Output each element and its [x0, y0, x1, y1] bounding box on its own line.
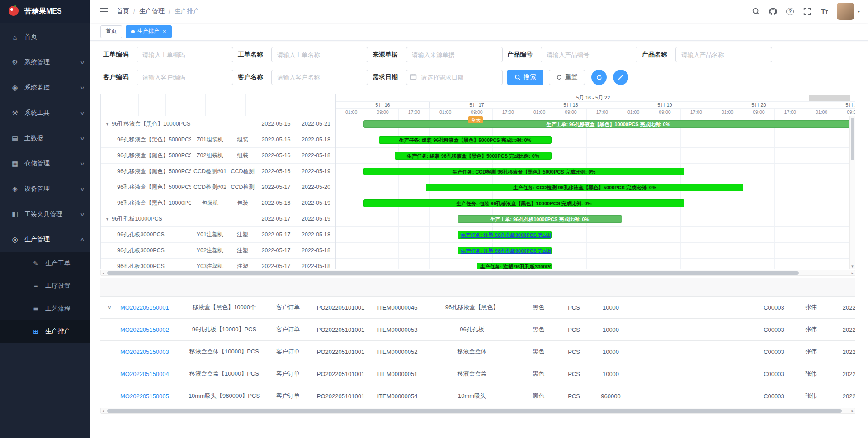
sidebar-subitem[interactable]: ⊞ 生产排产 [0, 320, 90, 343]
table-header-cell [100, 278, 184, 296]
app-logo[interactable]: 苦糖果MES [0, 0, 90, 23]
expand-triangle-icon[interactable]: ▾ [106, 122, 108, 127]
gantt-bar[interactable]: 生产任务: 注塑 96孔孔板3000PCS 完成比例: 0% [458, 231, 552, 239]
tag-scheduling[interactable]: 生产排产 × [126, 25, 172, 38]
gantt-bar[interactable]: 生产任务: 组装 96孔移液盒【黑色】5000PCS 完成比例: 0% [379, 136, 551, 144]
scroll-right-arrow[interactable]: ▸ [851, 409, 854, 413]
gantt-bar[interactable]: 生产任务: 注塑 96孔孔板3000PCS 完成比例: 0% [477, 263, 552, 269]
breadcrumb-current: 生产排产 [175, 7, 200, 15]
hamburger-icon[interactable] [97, 4, 112, 19]
sidebar-item[interactable]: ◎ 生产管理 ∨ [0, 227, 90, 252]
sidebar-item[interactable]: ▤ 主数据 ∨ [0, 126, 90, 151]
gantt-task-row[interactable]: ▾96孔孔板3000PCS Y02注塑机 注塑 2022-05-17 2022-… [101, 243, 335, 259]
search-icon[interactable] [748, 4, 764, 19]
sidebar-item[interactable]: ◧ 工装夹具管理 ∨ [0, 202, 90, 227]
today-marker-line [476, 116, 476, 269]
breadcrumb-home[interactable]: 首页 [117, 7, 129, 15]
sidebar-item[interactable]: ⚒ 系统工具 ∨ [0, 100, 90, 126]
gantt-horizontal-scrollbar[interactable]: ◂ ▸ [100, 270, 855, 276]
gantt-task-row[interactable]: ▾96孔移液盒【黑色】10000PCS 2022-05-16 2022-05-2… [101, 116, 335, 132]
expand-chevron-icon[interactable]: ∨ [108, 304, 112, 311]
font-size-icon[interactable]: TT [817, 4, 832, 19]
gantt-bar[interactable]: 生产工单: 96孔移液盒【黑色】10000PCS 完成比例: 0% [363, 120, 853, 128]
breadcrumb-production[interactable]: 生产管理 [139, 7, 165, 15]
gantt-task-row[interactable]: ▾96孔移液盒【黑色】5000PCS CCD检测#02 CCD检测 2022-0… [101, 179, 335, 195]
avatar[interactable] [837, 3, 854, 20]
scroll-down-arrow[interactable]: ▼ [850, 264, 855, 268]
filter-input[interactable] [271, 70, 368, 85]
scrollbar-thumb[interactable] [851, 118, 854, 160]
table-header-cell [228, 278, 289, 296]
filter-input[interactable] [271, 47, 368, 62]
work-order-link[interactable]: MO202205150004 [120, 371, 169, 377]
caret-down-icon[interactable]: ▾ [858, 9, 860, 14]
search-button[interactable]: 搜索 [507, 70, 543, 85]
work-order-link[interactable]: MO202205150003 [120, 349, 169, 355]
fullscreen-icon[interactable] [800, 4, 815, 19]
edit-button[interactable] [613, 70, 628, 85]
scrollbar-thumb[interactable] [107, 271, 799, 275]
tags-view: 首页 生产排产 × [90, 23, 868, 41]
gantt-vertical-scrollbar[interactable]: ▼ [849, 116, 855, 269]
chevron-icon: ∨ [80, 161, 85, 167]
gantt-grid-header-cell [245, 94, 246, 116]
table-horizontal-scrollbar[interactable]: ◂ ▸ [100, 408, 855, 414]
gantt-bar[interactable]: 生产任务: CCD检测 96孔移液盒【黑色】5000PCS 完成比例: 0% [426, 184, 743, 191]
gantt-bar[interactable]: 生产任务: 注塑 96孔孔板3000PCS 完成比例: 0% [458, 247, 552, 254]
sidebar-subitem[interactable]: ≡ 工序设置 [0, 275, 90, 297]
sidebar-menu: ⌂ 首页 ∨ ⚙ 系统管理 ∨ ◉ 系统监控 ∨ ⚒ 系统工具 ∨ ▤ [0, 23, 90, 252]
gantt-task-row[interactable]: ▾96孔移液盒【黑色】5000PCS Z02组装机 组装 2022-05-16 … [101, 148, 335, 164]
gantt-task-row[interactable]: ▾96孔移液盒【黑色】10000PCS 包装机 包装 2022-05-16 20… [101, 195, 335, 211]
expand-triangle-icon[interactable]: ▾ [106, 217, 108, 221]
sidebar-item[interactable]: ◉ 系统监控 ∨ [0, 75, 90, 100]
gantt-task-row[interactable]: ▾96孔移液盒【黑色】5000PCS CCD检测#01 CCD检测 2022-0… [101, 164, 335, 179]
work-order-link[interactable]: MO202205150005 [120, 393, 169, 400]
task-start: 2022-05-17 [256, 211, 296, 226]
sidebar-item[interactable]: ◈ 设备管理 ∨ [0, 176, 90, 202]
reset-button[interactable]: 重置 [549, 70, 585, 85]
gantt-task-row[interactable]: ▾96孔孔板10000PCS 2022-05-17 2022-05-19 [101, 211, 335, 227]
work-order-link[interactable]: MO202205150001 [120, 304, 169, 311]
github-icon[interactable] [765, 4, 781, 19]
today-marker-label: 今天 [468, 116, 483, 123]
sidebar-subitem[interactable]: ≣ 工艺流程 [0, 297, 90, 320]
filter-input[interactable] [675, 47, 772, 62]
refresh-button[interactable] [591, 70, 607, 85]
close-icon[interactable]: × [163, 28, 166, 35]
work-order-link[interactable]: MO202205150002 [120, 326, 169, 333]
gantt-hour-label: 09:00 [649, 109, 680, 116]
filter-group: 来源单据 [373, 47, 503, 62]
date-input[interactable] [406, 70, 503, 85]
filter-input[interactable] [137, 70, 233, 85]
table-row[interactable]: ∨MO202205150001 移液盒【黑色】10000个 客户订单 PO202… [100, 297, 855, 319]
gantt-task-row[interactable]: ▾96孔孔板3000PCS Y01注塑机 注塑 2022-05-17 2022-… [101, 227, 335, 243]
gantt-bar[interactable]: 生产任务: 包装 96孔移液盒【黑色】10000PCS 完成比例: 0% [363, 199, 685, 207]
question-icon[interactable]: ? [783, 4, 798, 19]
sidebar-item-label: 首页 [24, 33, 75, 41]
gantt-bar[interactable]: 生产任务: CCD检测 96孔移液盒【黑色】5000PCS 完成比例: 0% [363, 168, 685, 175]
gantt-task-row[interactable]: ▾96孔孔板3000PCS Y03注塑机 注塑 2022-05-17 2022-… [101, 259, 335, 269]
craft-flow-icon: ≣ [32, 305, 40, 312]
table-header-cell [633, 278, 674, 296]
table-row[interactable]: ∨MO202205150003 移液盒盒体【10000】PCS 客户订单 PO2… [100, 341, 855, 363]
gantt-bar[interactable]: 生产工单: 96孔孔板10000PCS 完成比例: 0% [458, 215, 622, 223]
table-row[interactable]: ∨MO202205150005 10mm吸头【960000】PCS 客户订单 P… [100, 385, 855, 407]
table-row[interactable]: ∨MO202205150002 96孔孔板【10000】PCS 客户订单 PO2… [100, 319, 855, 341]
scrollbar-thumb[interactable] [107, 409, 842, 413]
filter-input[interactable] [137, 47, 233, 62]
sidebar-subitem[interactable]: ✎ 生产工单 [0, 252, 90, 275]
sidebar-item[interactable]: ⚙ 系统管理 ∨ [0, 50, 90, 75]
sidebar-item[interactable]: ▦ 仓储管理 ∨ [0, 151, 90, 176]
gantt-task-row[interactable]: ▾96孔移液盒【黑色】5000PCS Z01组装机 组装 2022-05-16 … [101, 132, 335, 148]
filter-input[interactable] [406, 47, 503, 62]
scroll-left-arrow[interactable]: ◂ [102, 271, 104, 275]
chevron-icon: ∨ [80, 85, 85, 91]
sidebar-item[interactable]: ⌂ 首页 ∨ [0, 24, 90, 50]
scroll-right-arrow[interactable]: ▸ [851, 271, 854, 275]
gantt-bar[interactable]: 生产任务: 组装 96孔移液盒【黑色】5000PCS 完成比例: 0% [395, 152, 552, 160]
scroll-left-arrow[interactable]: ◂ [102, 409, 104, 413]
tag-home[interactable]: 首页 [100, 25, 122, 38]
gantt-day-label: 5月 18 [524, 102, 618, 108]
table-row[interactable]: ∨MO202205150004 移液盒盒盖【10000】PCS 客户订单 PO2… [100, 363, 855, 385]
filter-input[interactable] [541, 47, 637, 62]
